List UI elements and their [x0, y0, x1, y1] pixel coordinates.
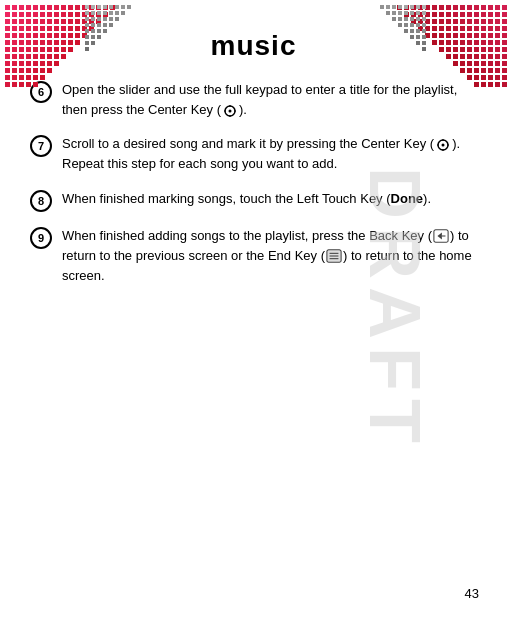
- svg-point-7: [442, 143, 445, 146]
- page-number: 43: [465, 586, 479, 601]
- step-9: 9 When finished adding songs to the play…: [30, 226, 477, 286]
- step-8: 8 When finished marking songs, touch the…: [30, 189, 477, 212]
- step-8-text: When finished marking songs, touch the L…: [62, 189, 431, 209]
- step-6-icon: 6: [30, 81, 52, 103]
- step-7: 7 Scroll to a desired song and mark it b…: [30, 134, 477, 174]
- step-7-icon: 7: [30, 135, 52, 157]
- step-7-text: Scroll to a desired song and mark it by …: [62, 134, 477, 174]
- svg-point-1: [228, 109, 231, 112]
- done-label: Done: [391, 191, 424, 206]
- content-area: 6 Open the slider and use the full keypa…: [0, 70, 507, 320]
- step-6-text: Open the slider and use the full keypad …: [62, 80, 477, 120]
- svg-marker-13: [437, 233, 441, 240]
- step-8-icon: 8: [30, 190, 52, 212]
- step-6: 6 Open the slider and use the full keypa…: [30, 80, 477, 120]
- page-title: music: [0, 30, 507, 62]
- step-9-text: When finished adding songs to the playli…: [62, 226, 477, 286]
- step-9-icon: 9: [30, 227, 52, 249]
